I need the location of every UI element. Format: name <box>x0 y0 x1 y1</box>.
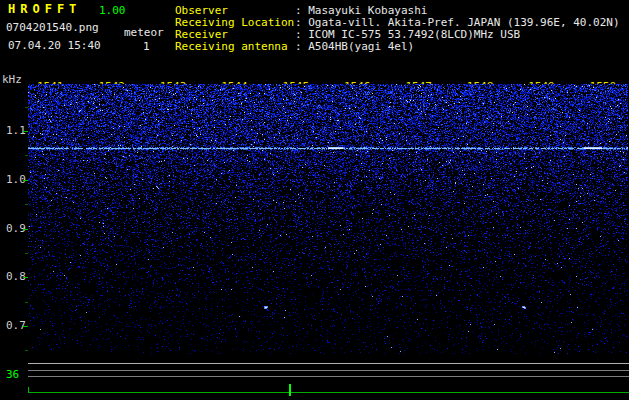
meter-gridline <box>28 376 629 377</box>
meter-scale-label: 36 <box>6 369 19 380</box>
meteor-event-tick <box>289 384 291 396</box>
info-row: Receiving antenna: A504HB(yagi 4el) <box>175 41 620 53</box>
output-filename: 0704201540.png <box>6 22 99 33</box>
timestamp: 07.04.20 15:40 <box>8 40 101 51</box>
freq-axis-unit: kHz <box>2 74 22 85</box>
meter-gridline <box>28 370 629 371</box>
meteor-count: 1 <box>143 41 150 52</box>
info-row-value: : A504HB(yagi 4el) <box>295 40 414 53</box>
spectrogram-canvas <box>28 84 628 354</box>
app-version: 1.00 <box>99 5 126 16</box>
meter-gridline <box>28 363 629 364</box>
app-title: HROFFT <box>8 3 81 16</box>
event-axis-line <box>28 392 629 393</box>
hrofft-output: HROFFT 1.00 0704201540.png meteor 1 07.0… <box>0 0 629 400</box>
station-info: Observer: Masayuki KobayashiReceiving Lo… <box>175 5 620 53</box>
meteor-label: meteor <box>124 27 164 38</box>
event-axis-left-tick <box>28 387 29 393</box>
info-row-label: Receiving antenna <box>175 41 295 53</box>
